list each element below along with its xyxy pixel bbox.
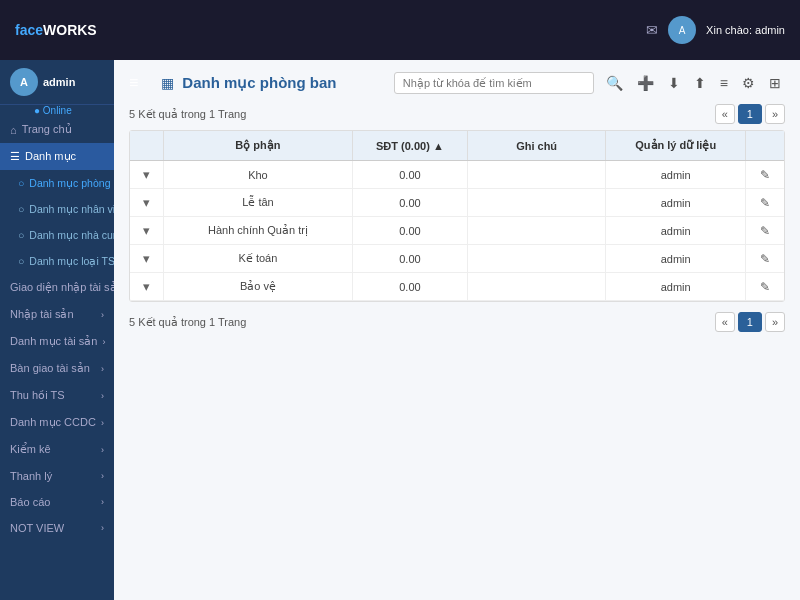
menu-toggle-icon[interactable]: ≡ [129, 74, 138, 92]
page-header: ≡ ▦ Danh mục phòng ban 🔍 ➕ ⬇ ⬆ ≡ ⚙ ⊞ [129, 72, 785, 94]
page-1-top[interactable]: 1 [738, 104, 762, 124]
topbar-avatar: A [668, 16, 696, 44]
sidebar-item-label: Trang chủ [22, 123, 72, 136]
row-dept: Lễ tân [164, 189, 353, 217]
row-toggle-button[interactable]: ▾ [143, 279, 150, 294]
col-header-toggle [130, 131, 164, 161]
sidebar-item-label: Danh mục nhà cung cấp [29, 229, 114, 241]
row-action: ✎ [746, 161, 784, 189]
sidebar-item-nhan-vien[interactable]: ○ Danh mục nhân viên [0, 196, 114, 222]
row-toggle-button[interactable]: ▾ [143, 223, 150, 238]
sidebar-user-status: ● Online [34, 105, 114, 116]
sidebar-item-not-view[interactable]: NOT VIEW › [0, 515, 114, 541]
row-sdt: 0.00 [352, 217, 467, 245]
next-page-top[interactable]: » [765, 104, 785, 124]
row-toggle-cell: ▾ [130, 189, 164, 217]
sidebar: A admin ● Online ⌂ Trang chủ ☰ Danh mục … [0, 60, 114, 600]
sidebar-item-label: Thanh lý [10, 470, 52, 482]
sidebar-nav: ⌂ Trang chủ ☰ Danh mục ○ Danh mục phòng … [0, 116, 114, 600]
page-title: Danh mục phòng ban [182, 74, 336, 92]
sidebar-item-ccdc[interactable]: Danh mục CCDC › [0, 409, 114, 436]
sidebar-item-loai-ts[interactable]: ○ Danh mục loại TS [0, 248, 114, 274]
edit-icon[interactable]: ✎ [760, 252, 770, 266]
edit-icon[interactable]: ✎ [760, 196, 770, 210]
row-sdt: 0.00 [352, 161, 467, 189]
sidebar-item-label: Danh mục loại TS [29, 255, 114, 267]
page-header-icon: ▦ [161, 75, 174, 91]
sidebar-item-nhap-tai-san[interactable]: Nhập tài sản › [0, 301, 114, 328]
logo-face: face [15, 22, 43, 38]
search-input[interactable] [394, 72, 594, 94]
sidebar-item-kiem-ke[interactable]: Kiểm kê › [0, 436, 114, 463]
sidebar-item-label: Bàn giao tài sản [10, 362, 90, 375]
chevron-down-icon: ▾ [143, 195, 150, 210]
sidebar-item-label: Nhập tài sản [10, 308, 74, 321]
col-header-manager: Quản lý dữ liệu [606, 131, 746, 161]
grid-view-button[interactable]: ⊞ [765, 73, 785, 93]
chevron-down-icon: ▾ [143, 279, 150, 294]
chevron-right-icon: › [101, 497, 104, 507]
prev-page-bottom[interactable]: « [715, 312, 735, 332]
sidebar-item-thu-hoi[interactable]: Thu hồi TS › [0, 382, 114, 409]
sidebar-item-danh-muc-tai-san[interactable]: Danh mục tài sản › [0, 328, 114, 355]
table-row: ▾ Hành chính Quản trị 0.00 admin ✎ [130, 217, 784, 245]
sidebar-item-phong-ban[interactable]: ○ Danh mục phòng ban [0, 170, 114, 196]
row-toggle-button[interactable]: ▾ [143, 195, 150, 210]
page-1-bottom[interactable]: 1 [738, 312, 762, 332]
edit-icon[interactable]: ✎ [760, 224, 770, 238]
sidebar-item-danh-muc[interactable]: ☰ Danh mục [0, 143, 114, 170]
row-note [468, 245, 606, 273]
sidebar-item-trang-chu[interactable]: ⌂ Trang chủ [0, 116, 114, 143]
chevron-right-icon: › [101, 310, 104, 320]
table-row: ▾ Kế toán 0.00 admin ✎ [130, 245, 784, 273]
sidebar-avatar: A [10, 68, 38, 96]
sidebar-item-thanh-ly[interactable]: Thanh lý › [0, 463, 114, 489]
row-note [468, 161, 606, 189]
row-action: ✎ [746, 245, 784, 273]
home-icon: ⌂ [10, 124, 17, 136]
chevron-right-icon: › [101, 523, 104, 533]
row-toggle-cell: ▾ [130, 217, 164, 245]
row-note [468, 217, 606, 245]
sidebar-item-giao-dien[interactable]: Giao diện nhập tài sản › [0, 274, 114, 301]
col-header-dept[interactable]: Bộ phận [164, 131, 353, 161]
edit-icon[interactable]: ✎ [760, 168, 770, 182]
add-button[interactable]: ➕ [633, 73, 658, 93]
email-icon[interactable]: ✉ [646, 22, 658, 38]
row-manager: admin [606, 217, 746, 245]
row-toggle-button[interactable]: ▾ [143, 251, 150, 266]
upload-button[interactable]: ⬆ [690, 73, 710, 93]
table-row: ▾ Kho 0.00 admin ✎ [130, 161, 784, 189]
sidebar-item-ban-giao[interactable]: Bàn giao tài sản › [0, 355, 114, 382]
pagination-top: « 1 » [715, 104, 785, 124]
toolbar-actions: 🔍 ➕ ⬇ ⬆ ≡ ⚙ ⊞ [602, 73, 785, 93]
row-manager: admin [606, 161, 746, 189]
sidebar-item-bao-cao[interactable]: Báo cáo › [0, 489, 114, 515]
row-sdt: 0.00 [352, 245, 467, 273]
sidebar-item-label: Giao diện nhập tài sản [10, 281, 114, 294]
main-content: ≡ ▦ Danh mục phòng ban 🔍 ➕ ⬇ ⬆ ≡ ⚙ ⊞ 5 K… [114, 60, 800, 600]
prev-page-top[interactable]: « [715, 104, 735, 124]
search-button[interactable]: 🔍 [602, 73, 627, 93]
row-sdt: 0.00 [352, 273, 467, 301]
next-page-bottom[interactable]: » [765, 312, 785, 332]
edit-icon[interactable]: ✎ [760, 280, 770, 294]
chevron-right-icon: › [101, 418, 104, 428]
col-header-sdt[interactable]: SĐT (0.00) ▲ [352, 131, 467, 161]
chevron-right-icon: › [101, 445, 104, 455]
download-button[interactable]: ⬇ [664, 73, 684, 93]
row-toggle-button[interactable]: ▾ [143, 167, 150, 182]
chevron-down-icon: ▾ [143, 251, 150, 266]
sidebar-item-label: NOT VIEW [10, 522, 64, 534]
settings-button[interactable]: ⚙ [738, 73, 759, 93]
list-view-button[interactable]: ≡ [716, 73, 732, 93]
chevron-right-icon: › [101, 471, 104, 481]
topbar-right: ✉ A Xin chào: admin [646, 16, 785, 44]
sidebar-item-nha-cung-cap[interactable]: ○ Danh mục nhà cung cấp [0, 222, 114, 248]
app-wrapper: face WORKS ✉ A Xin chào: admin A admin ●… [0, 0, 800, 600]
sidebar-item-label: Danh mục phòng ban [29, 177, 114, 189]
row-sdt: 0.00 [352, 189, 467, 217]
top-bar: face WORKS ✉ A Xin chào: admin [0, 0, 800, 60]
sidebar-item-label: Danh mục nhân viên [29, 203, 114, 215]
chevron-down-icon: ▾ [143, 223, 150, 238]
